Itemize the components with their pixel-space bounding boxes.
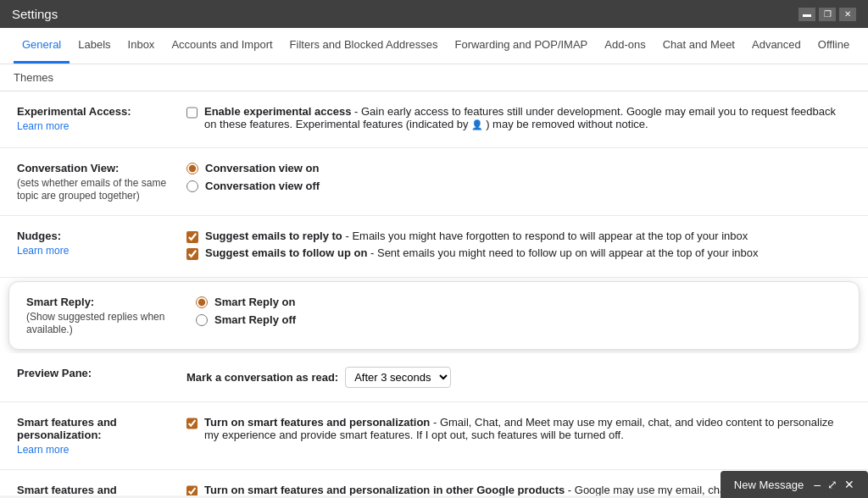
tab-accounts-import[interactable]: Accounts and Import: [163, 28, 281, 64]
smart-features-other-label: Smart features and personalization in ot…: [17, 484, 186, 495]
preview-pane-label: Preview Pane:: [17, 367, 186, 381]
smart-features-checkbox-row: Turn on smart features and personalizati…: [186, 416, 851, 441]
experimental-access-learn-more[interactable]: Learn more: [17, 120, 69, 132]
tab-inbox[interactable]: Inbox: [120, 28, 164, 64]
tab-general[interactable]: General: [14, 28, 70, 64]
tab-labels[interactable]: Labels: [70, 28, 119, 64]
smart-reply-off-row: Smart Reply off: [196, 313, 842, 326]
smart-features-content: Turn on smart features and personalizati…: [186, 416, 851, 445]
nudges-followup-checkbox[interactable]: [186, 248, 198, 260]
settings-body: Experimental Access: Learn more Enable e…: [0, 91, 868, 495]
conversation-on-radio[interactable]: [186, 163, 198, 174]
smart-reply-on-radio[interactable]: [196, 296, 208, 308]
nudges-row: Nudges: Learn more Suggest emails to rep…: [0, 216, 868, 278]
tab-addons[interactable]: Add-ons: [596, 28, 654, 64]
close-button[interactable]: ✕: [839, 8, 856, 21]
experimental-access-label: Experimental Access: Learn more: [17, 105, 186, 132]
title-bar-controls: ▬ ❐ ✕: [798, 8, 856, 21]
conversation-on-radio-row: Conversation view on: [186, 162, 851, 174]
person-icon: 👤: [471, 119, 486, 130]
new-message-label: New Message: [734, 479, 804, 491]
tab-offline[interactable]: Offline: [810, 28, 858, 64]
conversation-view-content: Conversation view on Conversation view o…: [186, 162, 851, 197]
tab-chat-meet[interactable]: Chat and Meet: [654, 28, 743, 64]
conversation-view-label: Conversation View: (sets whether emails …: [17, 162, 186, 202]
smart-features-other-checkbox[interactable]: [186, 485, 198, 495]
experimental-access-content: Enable experimental access - Gain early …: [186, 105, 851, 134]
smart-features-learn-more[interactable]: Learn more: [17, 444, 69, 456]
smart-reply-label: Smart Reply: (Show suggested replies whe…: [26, 296, 196, 335]
experimental-access-row: Experimental Access: Learn more Enable e…: [0, 91, 868, 148]
nudges-learn-more[interactable]: Learn more: [17, 245, 69, 257]
preview-pane-row: Preview Pane: Mark a conversation as rea…: [0, 353, 868, 402]
app-title: Settings: [12, 7, 58, 21]
conversation-off-radio-row: Conversation view off: [186, 180, 851, 192]
minimize-button[interactable]: ▬: [798, 8, 815, 21]
smart-features-label: Smart features and personalization: Lear…: [17, 416, 186, 456]
new-message-bar: New Message – ⤢ ✕: [721, 471, 868, 498]
smart-reply-row: Smart Reply: (Show suggested replies whe…: [8, 281, 860, 350]
smart-features-row: Smart features and personalization: Lear…: [0, 402, 868, 470]
nudges-label: Nudges: Learn more: [17, 230, 186, 257]
smart-reply-off-label: Smart Reply off: [214, 313, 296, 326]
settings-container: General Labels Inbox Accounts and Import…: [0, 28, 868, 495]
new-message-controls: – ⤢ ✕: [814, 478, 854, 491]
conversation-on-label: Conversation view on: [205, 162, 319, 174]
preview-pane-select-row: Mark a conversation as read: After 3 sec…: [186, 367, 851, 388]
nav-tabs: General Labels Inbox Accounts and Import…: [0, 28, 868, 64]
smart-reply-on-label: Smart Reply on: [214, 296, 295, 308]
nudges-reply-row: Suggest emails to reply to - Emails you …: [186, 230, 851, 243]
preview-pane-content: Mark a conversation as read: After 3 sec…: [186, 367, 851, 388]
new-message-expand-button[interactable]: ⤢: [827, 478, 837, 491]
tab-advanced[interactable]: Advanced: [743, 28, 810, 64]
mark-read-label: Mark a conversation as read:: [186, 371, 338, 384]
smart-reply-content: Smart Reply on Smart Reply off: [196, 296, 842, 331]
conversation-off-radio[interactable]: [186, 180, 198, 192]
smart-features-checkbox[interactable]: [186, 418, 198, 429]
nudges-content: Suggest emails to reply to - Emails you …: [186, 230, 851, 263]
smart-reply-on-row: Smart Reply on: [196, 296, 842, 308]
experimental-access-checkbox-row: Enable experimental access - Gain early …: [186, 105, 851, 130]
mark-read-select[interactable]: After 3 seconds After 5 seconds Immediat…: [345, 367, 451, 388]
nudges-followup-row: Suggest emails to follow up on - Sent em…: [186, 246, 851, 260]
tab-forwarding[interactable]: Forwarding and POP/IMAP: [446, 28, 596, 64]
themes-bar[interactable]: Themes: [0, 64, 868, 91]
new-message-minimize-button[interactable]: –: [814, 478, 821, 491]
maximize-button[interactable]: ❐: [819, 8, 836, 21]
title-bar: Settings ▬ ❐ ✕: [0, 0, 868, 28]
new-message-close-button[interactable]: ✕: [844, 478, 854, 491]
tab-filters[interactable]: Filters and Blocked Addresses: [281, 28, 447, 64]
conversation-off-label: Conversation view off: [205, 180, 320, 192]
experimental-access-checkbox[interactable]: [186, 107, 198, 119]
conversation-view-row: Conversation View: (sets whether emails …: [0, 148, 868, 216]
nudges-reply-checkbox[interactable]: [186, 231, 198, 243]
smart-reply-off-radio[interactable]: [196, 314, 208, 326]
